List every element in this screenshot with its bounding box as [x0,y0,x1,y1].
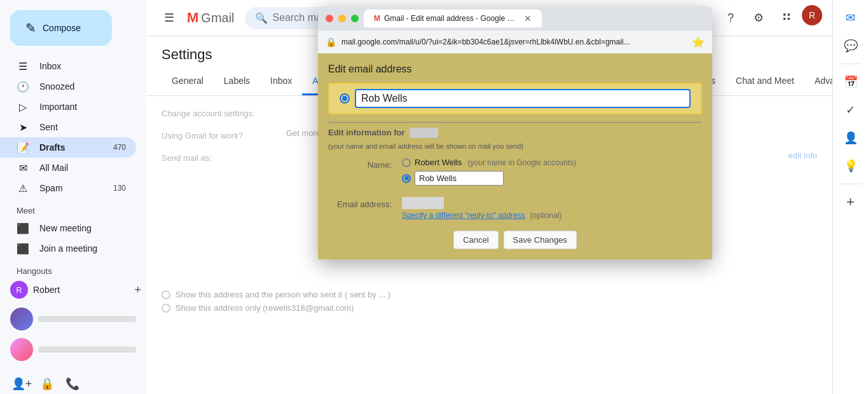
settings-icon[interactable]: ⚙ [746,5,771,31]
chat-item-text [38,316,136,322]
topbar-icons: ? ⚙ R [718,5,822,31]
cancel-button[interactable]: Cancel [453,231,498,249]
radio-option1-btn[interactable] [402,158,411,167]
add-sidebar-icon[interactable]: + [838,189,864,215]
chrome-window: M Gmail - Edit email address - Google Ch… [318,6,712,259]
sidebar-item-all-mail[interactable]: ✉ All Mail [0,158,136,178]
chat-item[interactable] [0,334,146,365]
menu-button[interactable]: ☰ [156,5,182,31]
address-option-sent-by: Show this address and the person who sen… [162,290,817,299]
name-option-2[interactable] [402,171,702,186]
sidebar-item-label: Join a meeting [39,243,126,254]
chat-item[interactable] [0,304,146,334]
chrome-tab-close-icon[interactable]: ✕ [524,13,532,24]
sidebar-item-label: Snoozed [39,81,126,92]
spam-icon: ⚠ [17,182,29,194]
snoozed-icon: 🕐 [17,81,29,93]
chrome-tab-favicon: M [374,14,380,23]
tab-chat-meet[interactable]: Chat and Meet [726,68,804,95]
radio-selected-outer[interactable] [340,93,350,104]
drafts-icon: 📝 [17,142,29,154]
hangouts-username: Robert [33,285,129,295]
email-label: Email address: [328,197,392,209]
name-option1-label: Robert Wells [415,158,462,167]
keep-sidebar-icon[interactable]: 💡 [838,153,864,179]
compose-label: Compose [43,23,81,33]
radio-option2-dot [404,176,409,180]
security-icon[interactable]: 🔒 [36,372,59,394]
radio-option2-btn[interactable] [402,174,411,183]
join-icon: ⬛ [17,243,29,255]
name-label: Name: [328,158,392,170]
chrome-close-button[interactable] [326,15,333,22]
hangouts-section-label: Hangouts [0,259,146,278]
email-content: Specify a different "reply-to" address (… [402,197,702,221]
tab-advanced[interactable]: Advanced [804,68,832,95]
spam-count: 130 [113,184,126,193]
tab-inbox[interactable]: Inbox [260,68,302,95]
tasks-sidebar-icon[interactable]: ✓ [838,97,864,123]
settings-section-label: Using Gmail for work? [162,128,276,140]
dialog-title: Edit email address [328,64,412,75]
sidebar-item-important[interactable]: ▷ Important [0,97,136,117]
compose-plus-icon: ✎ [25,20,36,36]
user-avatar[interactable]: R [802,5,822,25]
sidebar-item-join-meeting[interactable]: ⬛ Join a meeting [0,238,136,259]
chrome-tab[interactable]: M Gmail - Edit email address - Google Ch… [364,10,542,27]
reply-to-link[interactable]: Specify a different "reply-to" address [402,211,525,220]
right-sidebar: ✉ 💬 📅 ✓ 👤 💡 + [832,0,868,394]
radio-sent-by[interactable] [162,290,170,299]
compose-button[interactable]: ✎ Compose [10,10,112,46]
phone-icon[interactable]: 📞 [61,372,84,394]
sent-icon: ➤ [17,121,29,133]
chrome-minimize-button[interactable] [338,15,346,22]
add-person-icon[interactable]: 👤+ [10,372,33,394]
name-custom-input-highlight[interactable] [355,89,691,108]
gmail-logo-text: Gmail [201,11,234,25]
tab-general[interactable]: General [162,68,214,95]
calendar-sidebar-icon[interactable]: 📅 [838,69,864,95]
help-icon[interactable]: ? [718,5,743,31]
hangouts-add-icon[interactable]: + [134,283,141,297]
sidebar-item-label: Important [39,102,126,112]
tab-labels[interactable]: Labels [214,68,260,95]
dialog-title-bar: Edit email address [328,64,702,75]
main-content-area: ☰ M Gmail 🔍 ? ⚙ R Settings General Label… [146,0,832,394]
sidebar-item-label: Sent [39,122,126,132]
left-sidebar: ✎ Compose ☰ Inbox 🕐 Snoozed ▷ Important … [0,0,146,394]
dialog-divider [328,122,702,123]
chrome-url-text[interactable]: mail.google.com/mail/u/0/?ui=2&ik=bb304c… [341,37,687,46]
hangouts-avatar: R [10,281,28,299]
radio-only[interactable] [162,304,170,313]
save-changes-button[interactable]: Save Changes [504,231,577,249]
sidebar-item-new-meeting[interactable]: ⬛ New meeting [0,218,136,238]
gmail-logo-m-icon: M [187,10,198,26]
sidebar-item-drafts[interactable]: 📝 Drafts 470 [0,137,136,158]
lock-icon: 🔒 [326,37,336,47]
chrome-search-icon[interactable]: ⭐ [692,36,705,48]
mail-sidebar-icon[interactable]: ✉ [838,5,864,31]
contacts-sidebar-icon[interactable]: 👤 [838,125,864,151]
sidebar-item-snoozed[interactable]: 🕐 Snoozed [0,76,136,97]
edit-info-label: Edit information for [328,128,702,137]
chat-list [0,301,146,367]
name-custom-input[interactable] [415,171,504,186]
name-option-1[interactable]: Robert Wells (your name in Google accoun… [402,158,702,167]
edit-info-link[interactable]: edit info [788,151,817,160]
right-sidebar-divider2 [841,184,861,184]
hangouts-user-item[interactable]: R Robert + [0,278,146,301]
sidebar-item-inbox[interactable]: ☰ Inbox [0,56,136,76]
name-form-row: Name: Robert Wells (your name in Google … [328,158,702,189]
chat-avatar [10,338,33,361]
chrome-maximize-button[interactable] [351,15,359,22]
gmail-logo: M Gmail [187,10,235,26]
chat-sidebar-icon[interactable]: 💬 [838,33,864,58]
sidebar-item-spam[interactable]: ⚠ Spam 130 [0,178,136,198]
edit-info-sublabel: (your name and email address will be sho… [328,142,702,150]
apps-grid-icon[interactable] [774,5,799,31]
sidebar-item-sent[interactable]: ➤ Sent [0,117,136,137]
dialog-highlight-box [328,83,702,114]
drafts-count: 470 [113,143,126,152]
all-mail-icon: ✉ [17,162,29,174]
sidebar-item-label: New meeting [39,223,126,233]
